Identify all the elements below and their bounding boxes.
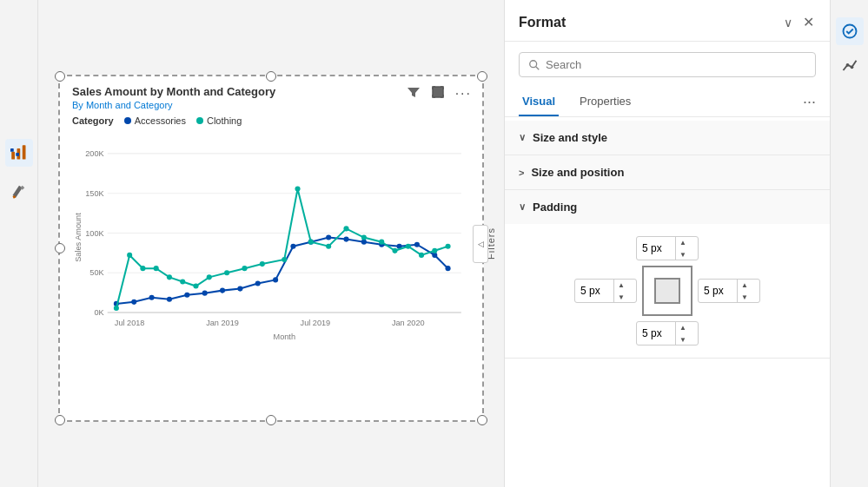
section-size-style-label: Size and style: [533, 131, 607, 144]
format-panel: Format ∨ ✕ Visual Properties ···: [505, 0, 830, 487]
svg-point-64: [432, 247, 437, 253]
svg-point-46: [154, 266, 159, 271]
chevron-down-icon-btn[interactable]: ∨: [782, 14, 794, 31]
chevron-padding-icon: ∨: [519, 201, 526, 213]
padding-left-input-wrap: ▲ ▼: [574, 279, 637, 303]
svg-text:Month: Month: [274, 332, 295, 340]
svg-point-28: [202, 290, 208, 295]
tab-properties[interactable]: Properties: [576, 88, 634, 116]
section-padding-header[interactable]: ∨ Padding: [505, 190, 830, 224]
svg-point-40: [414, 241, 420, 247]
svg-rect-0: [11, 152, 15, 160]
format-panel-header: Format ∨ ✕: [505, 0, 830, 42]
legend-accessories-label: Accessories: [135, 115, 186, 126]
handle-bottom-left[interactable]: [55, 415, 65, 425]
svg-point-57: [326, 243, 331, 248]
svg-point-54: [282, 256, 287, 261]
padding-right-decrement[interactable]: ▼: [738, 291, 752, 303]
search-box: [519, 52, 816, 77]
svg-text:150K: 150K: [85, 188, 103, 197]
handle-top-center[interactable]: [266, 71, 276, 82]
close-icon-btn[interactable]: ✕: [801, 12, 816, 32]
svg-text:0K: 0K: [94, 308, 103, 317]
padding-center-box: [642, 266, 692, 316]
padding-right-input[interactable]: [699, 285, 737, 297]
svg-point-31: [255, 280, 261, 286]
svg-text:200K: 200K: [85, 148, 103, 157]
svg-point-62: [406, 243, 411, 248]
tabs-row: Visual Properties ···: [505, 88, 830, 117]
svg-point-60: [379, 239, 384, 244]
svg-point-61: [392, 247, 397, 253]
section-size-position-label: Size and position: [531, 166, 624, 179]
chart-legend: Category Accessories Clothing: [72, 115, 470, 126]
format-visual-icon-btn[interactable]: [836, 17, 864, 45]
padding-bottom-input[interactable]: [637, 327, 675, 339]
more-options-icon-btn[interactable]: ···: [454, 84, 474, 103]
svg-point-55: [295, 186, 300, 191]
paint-brush-icon-btn[interactable]: [5, 177, 33, 205]
padding-bottom-increment[interactable]: ▲: [676, 321, 690, 333]
svg-point-58: [343, 226, 348, 231]
padding-right-increment[interactable]: ▲: [738, 279, 752, 291]
filter-icon-btn[interactable]: [405, 83, 422, 104]
svg-point-43: [114, 305, 119, 310]
svg-point-26: [167, 296, 172, 301]
tab-more-btn[interactable]: ···: [803, 93, 816, 111]
svg-rect-4: [16, 153, 19, 156]
bar-chart-icon-btn[interactable]: [5, 139, 33, 167]
padding-top-decrement[interactable]: ▼: [676, 248, 690, 260]
section-size-style: ∨ Size and style: [505, 121, 830, 155]
chart-content: Sales Amount by Month and Category By Mo…: [60, 76, 482, 420]
padding-left-increment[interactable]: ▲: [614, 279, 628, 291]
svg-text:50K: 50K: [89, 268, 103, 277]
format-panel-header-left: Format: [519, 15, 566, 30]
padding-top-input[interactable]: [637, 242, 675, 254]
padding-middle-row: ▲ ▼ ▲: [574, 266, 760, 316]
svg-point-48: [180, 279, 185, 284]
section-size-position: > Size and position: [505, 155, 830, 190]
svg-rect-5: [433, 87, 443, 97]
section-padding-content: ▲ ▼ ▲: [505, 224, 830, 358]
padding-left-decrement[interactable]: ▼: [614, 291, 628, 303]
section-size-position-header[interactable]: > Size and position: [505, 155, 830, 189]
padding-bottom-decrement[interactable]: ▼: [676, 333, 690, 346]
section-size-style-header[interactable]: ∨ Size and style: [505, 121, 830, 155]
legend-accessories-dot: [124, 117, 131, 124]
padding-top-increment[interactable]: ▲: [676, 236, 690, 248]
svg-text:Jul 2019: Jul 2019: [301, 319, 331, 327]
handle-bottom-center[interactable]: [266, 415, 276, 425]
search-input[interactable]: [546, 58, 806, 71]
padding-right-spinners: ▲ ▼: [737, 279, 752, 303]
svg-point-45: [140, 266, 145, 271]
svg-point-32: [273, 277, 278, 282]
legend-clothing-label: Clothing: [207, 115, 242, 126]
collapse-filters-btn[interactable]: ◁: [473, 225, 488, 263]
svg-point-63: [419, 252, 424, 257]
padding-left-input[interactable]: [575, 285, 613, 297]
svg-text:Jul 2018: Jul 2018: [115, 319, 145, 327]
padding-top-spinners: ▲ ▼: [675, 236, 690, 260]
chevron-size-position-icon: >: [519, 168, 524, 178]
chevron-size-style-icon: ∨: [519, 132, 526, 143]
svg-point-49: [193, 283, 198, 288]
handle-mid-left[interactable]: [55, 243, 65, 253]
rp-side-icon-column: [830, 0, 868, 487]
handle-top-left[interactable]: [55, 71, 65, 82]
legend-clothing-dot: [196, 117, 203, 124]
svg-point-36: [343, 236, 348, 241]
filters-tab-area: ◁ Filters: [478, 0, 504, 487]
svg-point-47: [167, 274, 172, 280]
svg-text:Sales Amount: Sales Amount: [74, 212, 83, 261]
svg-point-35: [326, 234, 331, 240]
svg-point-44: [127, 252, 132, 257]
svg-line-67: [536, 66, 540, 69]
padding-right-input-wrap: ▲ ▼: [698, 279, 760, 303]
analytics-icon-btn[interactable]: [836, 52, 864, 80]
format-panel-title: Format: [519, 15, 566, 30]
tab-visual[interactable]: Visual: [519, 88, 559, 116]
focus-mode-icon-btn[interactable]: [429, 83, 447, 104]
svg-text:Jan 2019: Jan 2019: [206, 319, 239, 327]
icon-sidebar: [0, 0, 38, 487]
legend-clothing: Clothing: [196, 115, 242, 126]
